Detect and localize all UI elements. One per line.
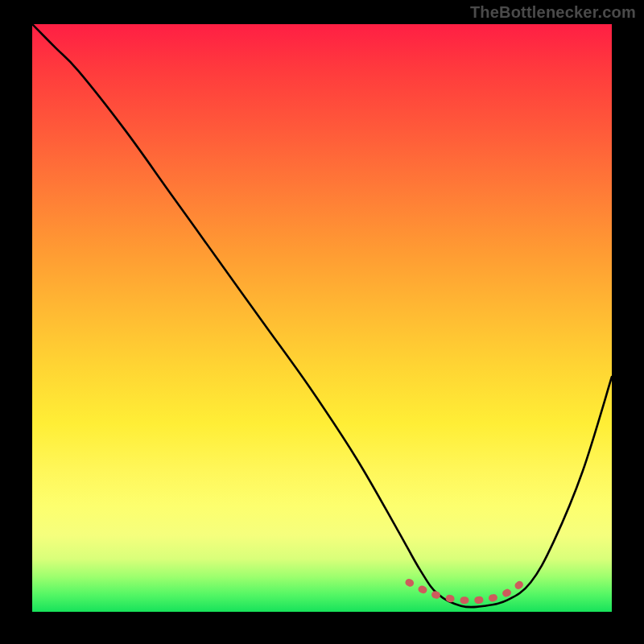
- chart-container: TheBottlenecker.com: [0, 0, 644, 644]
- attribution-label: TheBottlenecker.com: [470, 3, 636, 22]
- plot-background: [32, 24, 612, 612]
